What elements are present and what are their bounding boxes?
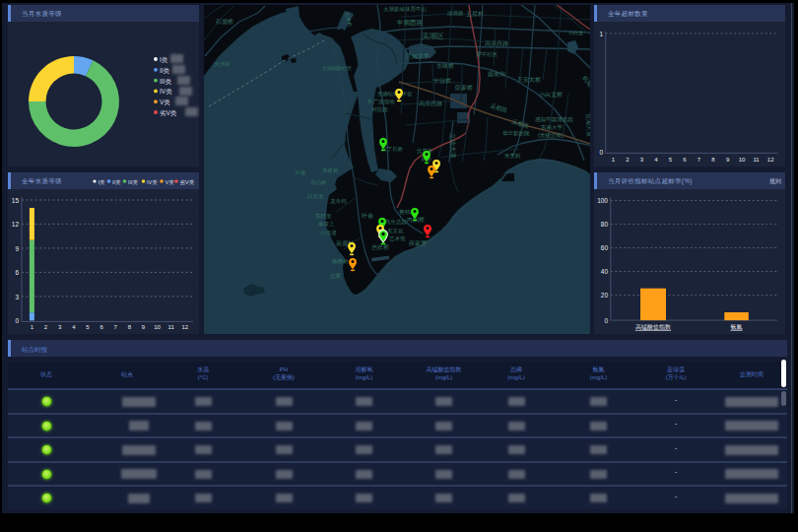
svg-text:龙寺坞: 龙寺坞 xyxy=(330,198,347,205)
svg-text:20: 20 xyxy=(601,292,609,299)
svg-text:1: 1 xyxy=(599,31,603,37)
svg-text:3: 3 xyxy=(58,324,62,330)
svg-text:II类: II类 xyxy=(112,179,121,185)
svg-text:11: 11 xyxy=(753,157,760,163)
svg-text:100: 100 xyxy=(597,197,608,204)
svg-text:1: 1 xyxy=(31,324,34,330)
svg-text:宁信桥: 宁信桥 xyxy=(433,77,451,85)
svg-text:0: 0 xyxy=(599,149,603,156)
svg-text:6: 6 xyxy=(683,157,687,163)
svg-text:华庄影剧院: 华庄影剧院 xyxy=(502,130,530,137)
svg-text:9: 9 xyxy=(726,157,730,163)
svg-text:感知中国博览园: 感知中国博览园 xyxy=(535,116,573,123)
svg-text:9: 9 xyxy=(15,245,19,252)
svg-text:2: 2 xyxy=(626,157,630,163)
svg-text:羊岐村: 羊岐村 xyxy=(322,167,339,174)
svg-text:3: 3 xyxy=(640,157,644,163)
svg-text:高浪西路: 高浪西路 xyxy=(419,100,442,107)
svg-text:12: 12 xyxy=(181,324,188,330)
svg-text:10: 10 xyxy=(154,324,161,330)
svg-text:II类: II类 xyxy=(160,67,170,74)
svg-text:艺术馆: 艺术馆 xyxy=(389,235,406,242)
svg-text:无锡程及美术馆: 无锡程及美术馆 xyxy=(377,91,412,98)
svg-text:劣V类: 劣V类 xyxy=(180,179,195,186)
svg-text:1: 1 xyxy=(612,157,616,163)
svg-text:(无锡分校): (无锡分校) xyxy=(538,132,564,139)
svg-text:5: 5 xyxy=(86,324,90,330)
svg-text:吴文化: 吴文化 xyxy=(387,228,404,234)
svg-text:15: 15 xyxy=(12,197,20,204)
svg-text:3: 3 xyxy=(15,294,19,300)
svg-text:高锰酸盐指数: 高锰酸盐指数 xyxy=(635,323,671,331)
svg-text:I类: I类 xyxy=(99,179,106,185)
svg-text:吉祥桥: 吉祥桥 xyxy=(371,244,389,251)
svg-text:V类: V类 xyxy=(160,99,170,105)
svg-text:40: 40 xyxy=(601,268,609,275)
svg-text:白石里: 白石里 xyxy=(307,193,324,200)
svg-text:0: 0 xyxy=(604,317,608,324)
svg-text:太湖国际社区: 太湖国际社区 xyxy=(322,65,352,72)
svg-text:太湖新城体育中心: 太湖新城体育中心 xyxy=(383,6,428,12)
svg-text:12: 12 xyxy=(767,157,774,163)
svg-text:五星村: 五星村 xyxy=(466,11,484,18)
svg-text:6: 6 xyxy=(100,324,103,330)
svg-text:小白龙桥: 小白龙桥 xyxy=(539,92,563,99)
svg-text:10: 10 xyxy=(739,157,746,163)
svg-text:劣V类: 劣V类 xyxy=(160,109,177,117)
svg-text:鸟山桥: 鸟山桥 xyxy=(310,179,327,186)
svg-text:7: 7 xyxy=(114,324,118,330)
svg-text:III类: III类 xyxy=(128,179,139,185)
svg-text:沈家: 沈家 xyxy=(330,273,342,280)
svg-text:长广溪湿地: 长广溪湿地 xyxy=(367,99,395,105)
svg-text:小溪渚: 小溪渚 xyxy=(319,230,337,236)
svg-text:9: 9 xyxy=(142,324,146,330)
svg-text:80: 80 xyxy=(601,221,609,228)
svg-text:大堤: 大堤 xyxy=(295,169,306,176)
svg-text:科技园: 科技园 xyxy=(371,106,388,113)
svg-text:渎港路: 渎港路 xyxy=(447,10,464,17)
svg-text:小白龙: 小白龙 xyxy=(568,30,583,36)
svg-text:8: 8 xyxy=(128,324,132,330)
svg-text:超南街: 超南街 xyxy=(488,71,506,78)
svg-text:石塘桥: 石塘桥 xyxy=(215,18,233,26)
svg-text:I类: I类 xyxy=(160,56,168,63)
svg-text:7: 7 xyxy=(698,157,701,163)
svg-text:12: 12 xyxy=(12,221,20,228)
svg-text:薛家里: 薛家里 xyxy=(409,239,428,246)
svg-text:IV类: IV类 xyxy=(147,179,158,185)
svg-text:东南大学: 东南大学 xyxy=(540,124,564,130)
svg-text:东绛桥: 东绛桥 xyxy=(436,62,454,69)
svg-text:6: 6 xyxy=(15,269,19,276)
svg-text:4: 4 xyxy=(72,324,76,330)
svg-text:南泰上: 南泰上 xyxy=(318,221,335,227)
svg-text:氨氮: 氨氮 xyxy=(731,323,743,330)
svg-text:11: 11 xyxy=(168,324,175,330)
svg-text:天安大桥: 天安大桥 xyxy=(517,76,541,83)
svg-text:滨湖区: 滨湖区 xyxy=(422,32,444,40)
svg-text:梁中社区: 梁中社区 xyxy=(476,50,499,57)
svg-text:大浮村: 大浮村 xyxy=(214,61,231,68)
svg-text:邵家桥: 邵家桥 xyxy=(454,84,473,92)
svg-text:60: 60 xyxy=(601,244,609,251)
svg-text:江南大学: 江南大学 xyxy=(406,52,430,59)
svg-text:0: 0 xyxy=(15,317,19,324)
svg-text:IV类: IV类 xyxy=(160,88,172,95)
svg-text:高浪西路: 高浪西路 xyxy=(485,39,508,47)
svg-text:叶巷: 叶巷 xyxy=(362,213,373,219)
svg-text:5: 5 xyxy=(669,157,673,163)
svg-text:寿安村: 寿安村 xyxy=(504,153,521,160)
svg-text:V类: V类 xyxy=(166,179,175,185)
svg-text:III类: III类 xyxy=(160,78,171,85)
svg-text:南栖桥: 南栖桥 xyxy=(332,258,349,265)
svg-text:东鸡里: 东鸡里 xyxy=(314,213,332,219)
svg-text:8: 8 xyxy=(711,157,715,163)
svg-text:中南西路: 中南西路 xyxy=(397,19,424,27)
svg-text:鸟生态园: 鸟生态园 xyxy=(385,219,407,226)
svg-text:4: 4 xyxy=(654,157,658,163)
svg-text:2: 2 xyxy=(44,324,48,330)
